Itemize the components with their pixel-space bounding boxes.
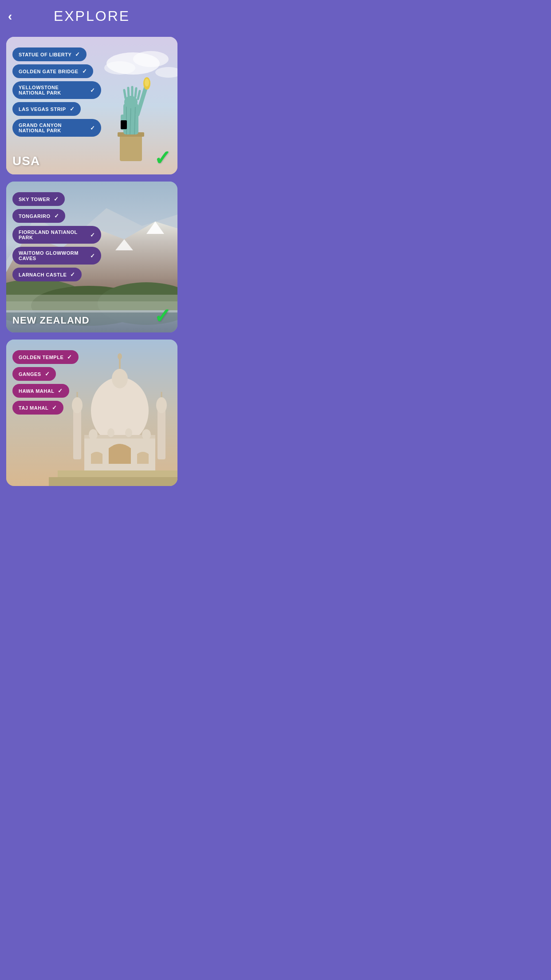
tag-check-icon: ✓ [90,253,95,259]
tag-label: YELLOWSTONE NATIONAL PARK [19,85,87,95]
tag-check-icon: ✓ [52,404,57,411]
tag-label: WAITOMO GLOWWORM CAVES [19,250,87,261]
tag-yellowstone[interactable]: YELLOWSTONE NATIONAL PARK ✓ [12,81,101,99]
header: ‹ EXPLORE [0,0,184,32]
tag-check-icon: ✓ [67,354,72,360]
tag-label: SKY TOWER [19,197,50,202]
tag-sky-tower[interactable]: SKY TOWER ✓ [12,192,65,206]
tag-fiordland[interactable]: FIORDLAND NATIANOL PARK ✓ [12,226,101,244]
tag-las-vegas[interactable]: LAS VEGAS STRIP ✓ [12,102,81,116]
tag-grand-canyon[interactable]: GRAND CANYON NATIONAL PARK ✓ [12,119,101,137]
tag-label: GRAND CANYON NATIONAL PARK [19,122,87,133]
tag-check-icon: ✓ [58,387,63,394]
tag-label: GOLDEN TEMPLE [19,355,63,360]
tag-label: GOLDEN GATE BRIDGE [19,69,79,74]
nz-country-label: NEW ZEALAND [12,315,90,326]
nz-tags: SKY TOWER ✓ TONGARIRO ✓ FIORDLAND NATIAN… [12,192,171,281]
tag-tongariro[interactable]: TONGARIRO ✓ [12,209,65,223]
tag-hawa-mahal[interactable]: HAWA MAHAL ✓ [12,384,69,398]
india-tags: GOLDEN TEMPLE ✓ GANGES ✓ HAWA MAHAL ✓ TA… [12,350,171,415]
usa-country-label: USA [12,154,40,168]
tag-check-icon: ✓ [75,51,80,58]
tag-check-icon: ✓ [70,271,75,278]
usa-completed-icon: ✓ [154,148,171,168]
tag-taj-mahal[interactable]: TAJ MAHAL ✓ [12,401,63,415]
tag-check-icon: ✓ [90,125,95,131]
nz-completed-icon: ✓ [154,306,171,326]
page-title: EXPLORE [54,8,130,24]
nz-card-footer: NEW ZEALAND ✓ [12,306,171,326]
usa-tags: STATUE OF LIBERTY ✓ GOLDEN GATE BRIDGE ✓… [12,47,171,137]
tag-label: LAS VEGAS STRIP [19,107,66,112]
card-india[interactable]: GOLDEN TEMPLE ✓ GANGES ✓ HAWA MAHAL ✓ TA… [6,340,177,486]
tag-label: STATUE OF LIBERTY [19,52,71,57]
card-usa[interactable]: STATUE OF LIBERTY ✓ GOLDEN GATE BRIDGE ✓… [6,37,177,174]
tag-check-icon: ✓ [90,87,95,94]
tag-check-icon: ✓ [70,106,75,112]
usa-card-footer: USA ✓ [12,148,171,168]
tag-check-icon: ✓ [54,196,59,202]
tag-label: LARNACH CASTLE [19,272,67,277]
tag-check-icon: ✓ [82,68,87,75]
tag-check-icon: ✓ [45,371,50,377]
india-card-content: GOLDEN TEMPLE ✓ GANGES ✓ HAWA MAHAL ✓ TA… [6,340,177,486]
tag-golden-temple[interactable]: GOLDEN TEMPLE ✓ [12,350,79,364]
back-button[interactable]: ‹ [8,10,12,23]
tag-label: HAWA MAHAL [19,388,54,394]
tag-ganges[interactable]: GANGES ✓ [12,367,56,381]
tag-golden-gate[interactable]: GOLDEN GATE BRIDGE ✓ [12,64,93,78]
tag-larnach[interactable]: LARNACH CASTLE ✓ [12,268,82,281]
tag-label: FIORDLAND NATIANOL PARK [19,229,87,240]
tag-check-icon: ✓ [54,213,59,219]
tag-waitomo[interactable]: WAITOMO GLOWWORM CAVES ✓ [12,247,101,265]
cards-container: STATUE OF LIBERTY ✓ GOLDEN GATE BRIDGE ✓… [0,32,184,495]
tag-label: TAJ MAHAL [19,405,48,411]
tag-check-icon: ✓ [90,232,95,238]
tag-label: GANGES [19,371,41,377]
tag-statue-of-liberty[interactable]: STATUE OF LIBERTY ✓ [12,47,87,61]
tag-label: TONGARIRO [19,213,51,219]
card-nz[interactable]: SKY TOWER ✓ TONGARIRO ✓ FIORDLAND NATIAN… [6,182,177,332]
